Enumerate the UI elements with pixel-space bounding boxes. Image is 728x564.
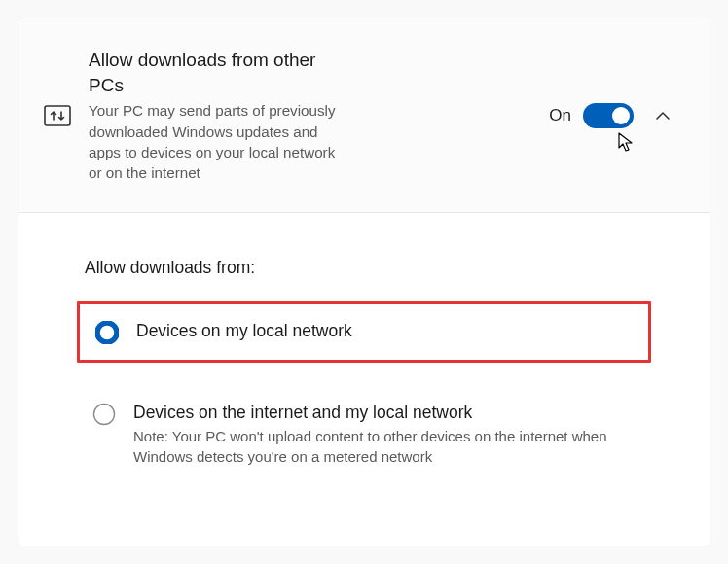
mouse-cursor-icon (618, 132, 636, 154)
radio-label: Devices on the internet and my local net… (133, 402, 636, 424)
section-title: Allow downloads from: (85, 258, 651, 278)
setting-body: Allow downloads from: Devices on my loca… (18, 213, 710, 511)
radio-text-block: Devices on my local network (136, 320, 633, 342)
toggle-knob (612, 107, 630, 124)
svg-rect-0 (45, 106, 70, 125)
header-text-block: Allow downloads from other PCs Your PC m… (89, 48, 342, 183)
radio-option-local-network[interactable]: Devices on my local network (77, 301, 651, 363)
settings-card: Allow downloads from other PCs Your PC m… (18, 18, 710, 546)
setting-title: Allow downloads from other PCs (89, 48, 342, 97)
setting-header[interactable]: Allow downloads from other PCs Your PC m… (18, 18, 710, 213)
radio-unselected-icon (92, 403, 116, 426)
delivery-optimization-icon (44, 102, 71, 129)
header-controls: On (549, 98, 680, 133)
radio-sublabel: Note: Your PC won't upload content to ot… (133, 426, 636, 467)
radio-label: Devices on my local network (136, 320, 633, 342)
allow-downloads-toggle[interactable] (583, 103, 634, 128)
radio-text-block: Devices on the internet and my local net… (133, 402, 636, 467)
svg-point-1 (97, 323, 117, 342)
toggle-state-label: On (549, 106, 571, 125)
radio-option-internet-and-local[interactable]: Devices on the internet and my local net… (77, 386, 651, 482)
chevron-up-icon (656, 111, 670, 120)
collapse-chevron[interactable] (645, 98, 680, 133)
svg-point-2 (94, 405, 115, 425)
setting-description: Your PC may send parts of previously dow… (89, 100, 342, 183)
radio-selected-icon (95, 321, 119, 344)
